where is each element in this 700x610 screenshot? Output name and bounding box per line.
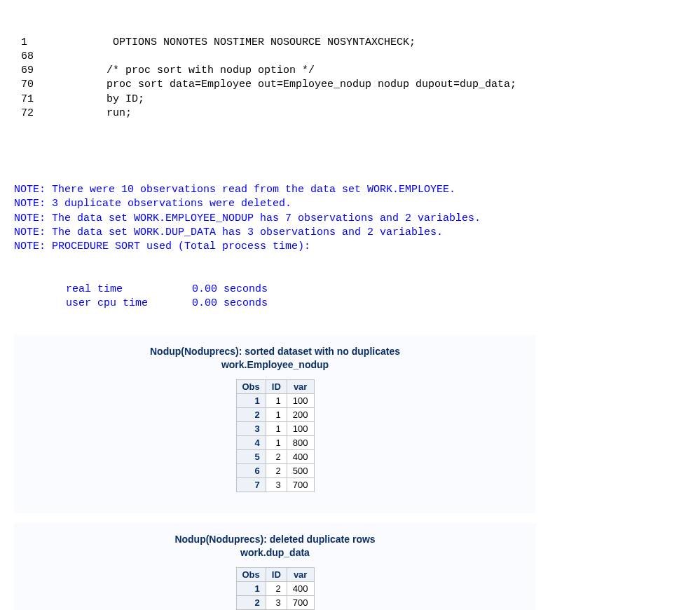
log-line-code: by ID; [88, 93, 144, 107]
log-note-line: NOTE: There were 10 observations read fr… [14, 183, 686, 197]
log-line-number: 72 [14, 107, 88, 121]
col-obs: Obs [236, 379, 266, 393]
table-row: 23700 [236, 595, 314, 609]
log-timing: real time 0.00 secondsuser cpu time 0.00… [14, 283, 686, 311]
output-title-dupdata: Nodup(Noduprecs): deleted duplicate rows… [14, 533, 536, 560]
cell-var: 700 [287, 477, 314, 492]
log-timing-line: user cpu time 0.00 seconds [14, 297, 686, 311]
col-id: ID [266, 379, 287, 393]
cell-obs: 4 [236, 435, 266, 449]
table-row: 73700 [236, 477, 314, 492]
cell-obs: 5 [236, 449, 266, 463]
table-row: 62500 [236, 463, 314, 477]
log-code-line: 68 [14, 50, 686, 64]
output-title-nodup: Nodup(Noduprecs): sorted dataset with no… [14, 345, 536, 372]
cell-var: 800 [287, 435, 314, 449]
table-row: 21200 [236, 407, 314, 421]
cell-id: 3 [266, 595, 287, 609]
cell-var: 500 [287, 463, 314, 477]
cell-obs: 2 [236, 595, 266, 609]
table-dupdata: Obs ID var 124002370033700 [236, 567, 315, 610]
log-line-code: OPTIONS NONOTES NOSTIMER NOSOURCE NOSYNT… [88, 36, 416, 50]
log-note-line: NOTE: PROCEDURE SORT used (Total process… [14, 240, 686, 254]
output-block-nodup: Nodup(Noduprecs): sorted dataset with no… [14, 335, 536, 513]
log-timing-line: real time 0.00 seconds [14, 283, 686, 297]
col-var: var [287, 379, 314, 393]
log-line-number: 69 [14, 64, 88, 78]
log-note-line: NOTE: The data set WORK.DUP_DATA has 3 o… [14, 226, 686, 240]
cell-obs: 2 [236, 407, 266, 421]
output-title-line2: work.Employee_nodup [221, 359, 329, 370]
cell-var: 100 [287, 393, 314, 407]
cell-id: 1 [266, 407, 287, 421]
cell-var: 700 [287, 595, 314, 609]
log-code-line: 71 by ID; [14, 93, 686, 107]
log-code-line: 70 proc sort data=Employee out=Employee_… [14, 78, 686, 92]
output-block-dupdata: Nodup(Noduprecs): deleted duplicate rows… [14, 523, 536, 610]
log-line-code: run; [88, 107, 132, 121]
log-line-code [88, 50, 107, 64]
log-notes: NOTE: There were 10 observations read fr… [14, 183, 686, 254]
cell-id: 1 [266, 435, 287, 449]
col-id: ID [266, 567, 287, 581]
cell-id: 1 [266, 393, 287, 407]
cell-id: 2 [266, 581, 287, 595]
table-row: 41800 [236, 435, 314, 449]
cell-obs: 1 [236, 581, 266, 595]
log-line-number: 1 [14, 36, 88, 50]
cell-id: 2 [266, 449, 287, 463]
log-line-code: /* proc sort with nodup option */ [88, 64, 315, 78]
table-row: 11100 [236, 393, 314, 407]
table-row: 31100 [236, 421, 314, 435]
log-code-line: 72 run; [14, 107, 686, 121]
log-code-lines: 1 OPTIONS NONOTES NOSTIMER NOSOURCE NOSY… [14, 36, 686, 121]
cell-var: 200 [287, 407, 314, 421]
cell-var: 400 [287, 581, 314, 595]
cell-obs: 1 [236, 393, 266, 407]
table-row: 52400 [236, 449, 314, 463]
table-header-row: Obs ID var [236, 379, 314, 393]
sas-log: 1 OPTIONS NONOTES NOSTIMER NOSOURCE NOSY… [14, 7, 686, 325]
log-note-line: NOTE: The data set WORK.EMPLOYEE_NODUP h… [14, 212, 686, 226]
col-obs: Obs [236, 567, 266, 581]
log-note-line: NOTE: 3 duplicate observations were dele… [14, 197, 686, 211]
output-title-line1: Nodup(Noduprecs): deleted duplicate rows [174, 534, 375, 545]
log-line-number: 70 [14, 78, 88, 92]
cell-obs: 6 [236, 463, 266, 477]
log-code-line: 69 /* proc sort with nodup option */ [14, 64, 686, 78]
log-line-code: proc sort data=Employee out=Employee_nod… [88, 78, 516, 92]
cell-obs: 7 [236, 477, 266, 492]
cell-var: 400 [287, 449, 314, 463]
output-title-line1: Nodup(Noduprecs): sorted dataset with no… [150, 346, 400, 357]
cell-id: 1 [266, 421, 287, 435]
log-code-line: 1 OPTIONS NONOTES NOSTIMER NOSOURCE NOSY… [14, 36, 686, 50]
table-header-row: Obs ID var [236, 567, 314, 581]
log-line-number: 68 [14, 50, 88, 64]
col-var: var [287, 567, 314, 581]
cell-id: 3 [266, 477, 287, 492]
log-line-number: 71 [14, 93, 88, 107]
cell-id: 2 [266, 463, 287, 477]
table-nodup: Obs ID var 11100212003110041800524006250… [236, 379, 315, 492]
output-title-line2: work.dup_data [240, 547, 310, 558]
cell-obs: 3 [236, 421, 266, 435]
cell-var: 100 [287, 421, 314, 435]
table-row: 12400 [236, 581, 314, 595]
